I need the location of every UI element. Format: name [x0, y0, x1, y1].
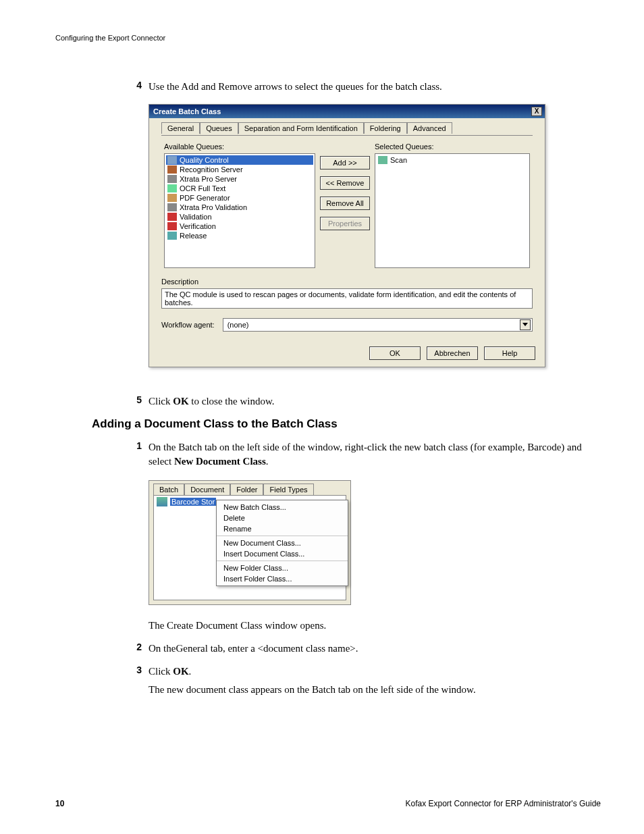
queue-icon — [378, 156, 387, 164]
selected-queues-label: Selected Queues: — [375, 142, 530, 151]
menu-item-new-document-class[interactable]: New Document Class... — [217, 538, 348, 548]
queue-icon — [167, 175, 177, 183]
create-batch-class-dialog: Create Batch Class X General Queues Sepa… — [149, 104, 545, 367]
step-4: 4 Use the Add and Remove arrows to selec… — [130, 80, 589, 95]
menu-item-rename[interactable]: Rename — [217, 523, 348, 534]
context-menu: New Batch Class... Delete Rename New Doc… — [216, 500, 348, 586]
tab-advanced[interactable]: Advanced — [407, 122, 452, 134]
menu-item-new-folder-class[interactable]: New Folder Class... — [217, 563, 348, 573]
step-number: 5 — [130, 394, 149, 409]
tab-folder[interactable]: Folder — [230, 484, 263, 495]
step-number: 4 — [130, 80, 149, 95]
step-5: 5 Click OK to close the window. — [130, 394, 589, 409]
workflow-agent-value: (none) — [227, 321, 249, 329]
menu-item-new-batch-class[interactable]: New Batch Class... — [217, 502, 348, 513]
list-item[interactable]: Xtrata Pro Validation — [166, 203, 313, 212]
step-number: 1 — [130, 440, 149, 470]
queue-icon — [167, 194, 177, 202]
queue-icon — [167, 184, 177, 192]
queue-icon — [167, 203, 177, 211]
tab-separation[interactable]: Separation and Form Identification — [238, 122, 364, 134]
body-paragraph: The Create Document Class window opens. — [149, 619, 589, 633]
tab-batch[interactable]: Batch — [153, 484, 184, 496]
page-number: 10 — [55, 799, 64, 808]
add-button[interactable]: Add >> — [320, 156, 370, 170]
menu-item-delete[interactable]: Delete — [217, 513, 348, 523]
help-button[interactable]: Help — [484, 346, 535, 360]
properties-button[interactable]: Properties — [320, 217, 370, 230]
queue-icon — [167, 232, 177, 240]
remove-button[interactable]: << Remove — [320, 176, 370, 190]
description-label: Description — [161, 278, 533, 286]
remove-all-button[interactable]: Remove All — [320, 197, 370, 210]
dialog-title: Create Batch Class — [153, 107, 221, 115]
list-item[interactable]: Quality Control — [166, 155, 313, 165]
list-item[interactable]: Scan — [377, 155, 528, 165]
batch-tab-panel: Batch Document Folder Field Types Barcod… — [149, 480, 351, 605]
ok-button[interactable]: OK — [369, 346, 421, 360]
breadcrumb: Configuring the Export Connector — [55, 34, 589, 42]
tab-field-types[interactable]: Field Types — [263, 484, 313, 495]
tab-foldering[interactable]: Foldering — [364, 122, 407, 134]
selected-queues-list[interactable]: Scan — [375, 153, 530, 268]
panel-tabs: Batch Document Folder Field Types — [149, 481, 350, 495]
available-queues-list[interactable]: Quality Control Recognition Server Xtrat… — [164, 153, 315, 268]
step-2: 2 On theGeneral tab, enter a <document c… — [130, 642, 589, 656]
step-number: 2 — [130, 642, 149, 656]
step-number: 3 — [130, 664, 149, 698]
page-footer: 10 Kofax Export Connector for ERP Admini… — [55, 799, 601, 808]
step-followup: The new document class appears on the Ba… — [149, 683, 589, 698]
section-heading: Adding a Document Class to the Batch Cla… — [92, 417, 589, 431]
list-item[interactable]: Release — [166, 231, 313, 240]
description-field[interactable]: The QC module is used to rescan pages or… — [161, 288, 533, 309]
tree-item-label: Barcode Stor — [170, 498, 216, 506]
tab-document[interactable]: Document — [184, 484, 230, 495]
queue-icon — [167, 213, 177, 221]
step-text: Click OK. The new document class appears… — [149, 664, 589, 698]
step-text: On the Batch tab on the left side of the… — [149, 440, 589, 470]
step-text: On theGeneral tab, enter a <document cla… — [149, 642, 589, 656]
step-3: 3 Click OK. The new document class appea… — [130, 664, 589, 698]
dialog-tabs: General Queues Separation and Form Ident… — [161, 122, 533, 134]
menu-item-insert-document-class[interactable]: Insert Document Class... — [217, 548, 348, 559]
available-queues-label: Available Queues: — [164, 142, 315, 151]
queue-icon — [167, 156, 177, 164]
queue-icon — [167, 165, 177, 174]
queue-icon — [167, 222, 177, 230]
batch-class-icon — [157, 497, 167, 506]
chevron-down-icon[interactable] — [520, 319, 531, 330]
tab-queues[interactable]: Queues — [200, 122, 238, 134]
close-icon[interactable]: X — [531, 107, 542, 116]
list-item[interactable]: Xtrata Pro Server — [166, 174, 313, 184]
doc-title: Kofax Export Connector for ERP Administr… — [405, 799, 601, 808]
list-item[interactable]: OCR Full Text — [166, 184, 313, 193]
list-item[interactable]: Validation — [166, 212, 313, 221]
step-text: Use the Add and Remove arrows to select … — [149, 80, 589, 95]
cancel-button[interactable]: Abbrechen — [427, 346, 478, 360]
list-item[interactable]: Recognition Server — [166, 165, 313, 174]
step-1: 1 On the Batch tab on the left side of t… — [130, 440, 589, 470]
list-item[interactable]: Verification — [166, 221, 313, 231]
workflow-agent-combo[interactable]: (none) — [223, 318, 533, 332]
menu-item-insert-folder-class[interactable]: Insert Folder Class... — [217, 573, 348, 584]
workflow-agent-label: Workflow agent: — [161, 321, 215, 329]
step-text: Click OK to close the window. — [149, 394, 589, 409]
dialog-titlebar: Create Batch Class X — [149, 105, 545, 118]
list-item[interactable]: PDF Generator — [166, 193, 313, 203]
tab-general[interactable]: General — [161, 122, 200, 134]
